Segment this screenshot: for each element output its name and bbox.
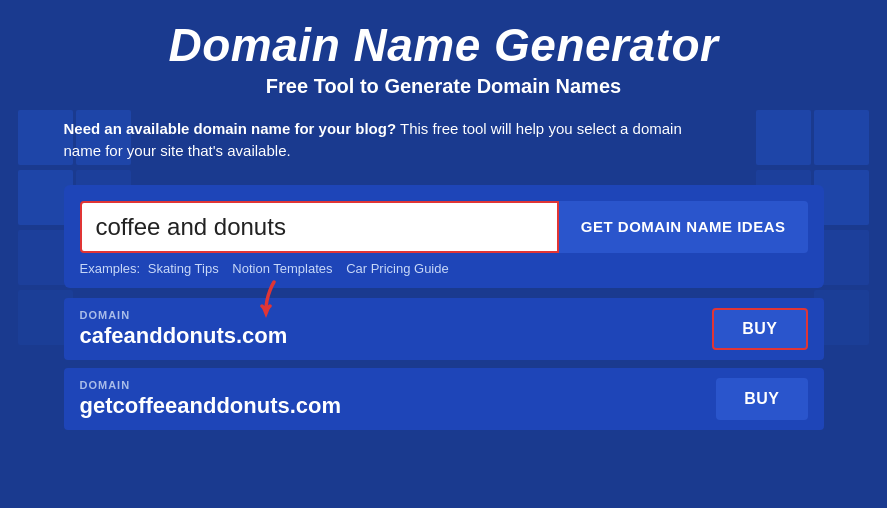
- results-area: DOMAIN cafeanddonuts.com BUY DOMAIN getc…: [64, 298, 824, 430]
- page-title: Domain Name Generator: [64, 20, 824, 71]
- arrow-annotation: [256, 280, 292, 334]
- example-link-notion[interactable]: Notion Templates: [232, 261, 332, 276]
- svg-marker-0: [262, 308, 270, 318]
- search-area: GET DOMAIN NAME IDEAS Examples: Skating …: [64, 185, 824, 288]
- domain-card-1: DOMAIN cafeanddonuts.com BUY: [64, 298, 824, 360]
- buy-button-1[interactable]: BUY: [712, 308, 807, 350]
- examples-label: Examples:: [80, 261, 141, 276]
- domain-name-2: getcoffeeanddonuts.com: [80, 393, 342, 419]
- get-domain-ideas-button[interactable]: GET DOMAIN NAME IDEAS: [559, 201, 808, 253]
- domain-info-2: DOMAIN getcoffeeanddonuts.com: [80, 379, 342, 419]
- buy-button-2[interactable]: BUY: [716, 378, 807, 420]
- search-row: GET DOMAIN NAME IDEAS: [80, 201, 808, 253]
- example-link-skating[interactable]: Skating Tips: [148, 261, 219, 276]
- example-link-car[interactable]: Car Pricing Guide: [346, 261, 449, 276]
- examples-row: Examples: Skating Tips Notion Templates …: [80, 261, 808, 276]
- page-description: Need an available domain name for your b…: [64, 118, 704, 163]
- domain-label-2: DOMAIN: [80, 379, 342, 391]
- description-bold: Need an available domain name for your b…: [64, 120, 397, 137]
- search-input[interactable]: [80, 201, 559, 253]
- page-subtitle: Free Tool to Generate Domain Names: [64, 75, 824, 98]
- domain-card-2: DOMAIN getcoffeeanddonuts.com BUY: [64, 368, 824, 430]
